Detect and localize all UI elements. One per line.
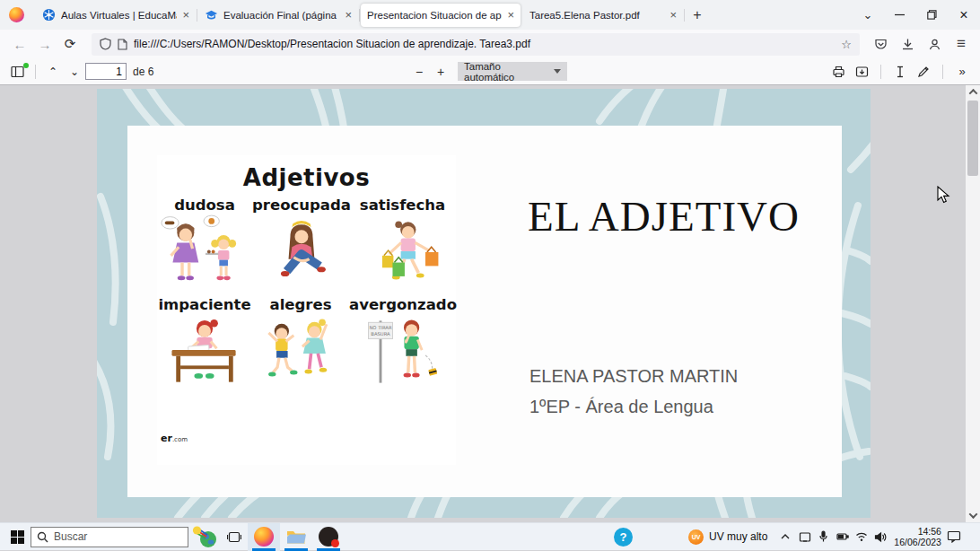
sign-text-line1: NO TIRAR <box>369 325 392 330</box>
divider <box>880 65 881 79</box>
notification-bubble-icon <box>947 530 961 543</box>
tab-tarea5-pdf[interactable]: Tarea5.Elena Pastor.pdf × <box>523 4 683 27</box>
print-icon[interactable] <box>827 62 849 82</box>
pdf-sidebar-toggle-icon[interactable] <box>7 62 29 82</box>
windows-logo-icon <box>11 530 24 544</box>
watermark-suffix: .com <box>172 436 188 443</box>
page-icon[interactable] <box>118 39 127 50</box>
task-view-button[interactable] <box>221 523 248 551</box>
slide-course: 1ºEP - Área de Lengua <box>529 397 713 417</box>
address-bar[interactable]: file:///C:/Users/RAMON/Desktop/Presentac… <box>92 33 860 56</box>
window-close-button[interactable]: × <box>948 0 980 30</box>
action-center-button[interactable] <box>941 523 967 551</box>
tab-label: Tarea5.Elena Pastor.pdf <box>529 10 664 21</box>
taskbar-search[interactable] <box>31 527 188 547</box>
taskbar-dark-app[interactable] <box>312 523 345 551</box>
label-preocupada: preocupada <box>252 197 349 214</box>
chevron-down-icon <box>554 69 561 74</box>
search-icon <box>37 531 48 543</box>
illustration-dudosa <box>160 214 249 291</box>
dark-app-icon <box>319 527 338 547</box>
label-alegres: alegres <box>252 296 349 313</box>
save-icon[interactable] <box>851 62 872 82</box>
tab-close-icon[interactable]: × <box>182 9 189 21</box>
pdf-toolbar: ⌃ ⌄ de 6 − + Tamaño automático <box>0 58 980 85</box>
mouse-cursor <box>937 186 951 204</box>
search-input[interactable] <box>54 530 182 543</box>
draw-tool-icon[interactable] <box>913 62 934 82</box>
educamadrid-icon <box>42 8 56 22</box>
microphone-icon[interactable] <box>815 523 832 551</box>
scroll-down-icon[interactable] <box>966 509 980 522</box>
help-button[interactable]: ? <box>614 528 633 547</box>
sign-text-line2: BASURA <box>371 331 390 337</box>
taskbar-firefox[interactable] <box>248 523 280 551</box>
bookmark-star-icon[interactable]: ☆ <box>841 38 852 51</box>
new-tab-button[interactable]: + <box>686 4 709 27</box>
downloads-icon[interactable] <box>896 32 919 56</box>
browser-nav-bar: ← → ⟳ file:///C:/Users/RAMON/Desktop/Pre… <box>0 30 980 58</box>
widget-weather-button[interactable] <box>188 523 221 551</box>
account-icon[interactable] <box>923 32 946 56</box>
reload-icon[interactable]: ⟳ <box>57 32 83 56</box>
back-icon[interactable]: ← <box>7 32 32 56</box>
tab-label: Evaluación Final (página 1 de 4) <box>223 10 339 21</box>
label-dudosa: dudosa <box>157 197 252 214</box>
tab-label: Aulas Virtuales | EducaMadrid <box>61 10 177 21</box>
divider <box>35 65 36 79</box>
sidebar-notify-dot <box>23 63 29 68</box>
tab-evaluacion-final[interactable]: Evaluación Final (página 1 de 4) × <box>198 4 358 27</box>
tablet-mode-icon[interactable] <box>796 523 813 551</box>
pdf-page-1: Adjetivos dudosa <box>97 89 871 518</box>
wifi-icon[interactable] <box>853 523 870 551</box>
more-tools-icon[interactable]: » <box>951 62 973 82</box>
vertical-scrollbar[interactable] <box>966 85 980 522</box>
taskbar-clock[interactable]: 14:56 16/06/2023 <box>894 526 941 547</box>
taskbar-file-explorer[interactable] <box>280 523 312 551</box>
page-count-label: de 6 <box>133 66 153 78</box>
scroll-up-icon[interactable] <box>966 85 980 99</box>
tray-expand-icon[interactable] <box>778 532 792 542</box>
watermark-text: er <box>161 433 172 444</box>
uv-badge: UV <box>688 529 704 545</box>
url-text[interactable]: file:///C:/Users/RAMON/Desktop/Presentac… <box>134 38 835 50</box>
zoom-out-icon[interactable]: − <box>408 62 430 82</box>
slide-author: ELENA PASTOR MARTIN <box>529 366 738 387</box>
windows-taskbar: ? UV UV muy alto 14:56 16/06/2023 <box>0 522 980 550</box>
battery-icon[interactable] <box>834 523 851 551</box>
zoom-select-value: Tamaño automático <box>464 61 554 83</box>
tab-aulas-virtuales[interactable]: Aulas Virtuales | EducaMadrid × <box>36 4 196 27</box>
label-impaciente: impaciente <box>157 296 252 313</box>
window-restore-button[interactable] <box>915 0 948 30</box>
window-minimize-button[interactable] <box>883 0 915 30</box>
menu-hamburger-icon[interactable]: ≡ <box>949 32 973 56</box>
image-watermark: er.com <box>161 433 188 443</box>
tab-close-icon[interactable]: × <box>345 9 352 21</box>
tab-close-icon[interactable]: × <box>669 9 677 21</box>
slide-card: Adjetivos dudosa <box>127 126 842 497</box>
firefox-icon[interactable] <box>9 7 24 22</box>
graduation-cap-icon <box>205 8 218 22</box>
clock-date: 16/06/2023 <box>894 537 941 547</box>
volume-icon[interactable] <box>871 523 888 551</box>
page-number-input[interactable] <box>85 63 127 80</box>
text-select-tool-icon[interactable] <box>889 62 911 82</box>
uv-index-widget[interactable]: UV UV muy alto <box>688 529 767 545</box>
tab-label: Presentacion Situacion de aprendiz <box>367 10 502 21</box>
zoom-in-icon[interactable]: + <box>430 62 451 82</box>
start-button[interactable] <box>4 523 31 551</box>
adjetivos-image: Adjetivos dudosa <box>157 155 456 465</box>
label-satisfecha: satisfecha <box>349 197 456 214</box>
illustration-preocupada <box>256 214 346 291</box>
pocket-icon[interactable] <box>869 32 892 56</box>
label-avergonzado: avergonzado <box>349 296 456 313</box>
scrollbar-thumb[interactable] <box>967 101 978 176</box>
forward-icon[interactable]: → <box>32 32 57 56</box>
next-page-icon[interactable]: ⌄ <box>64 62 85 82</box>
tab-close-icon[interactable]: × <box>507 9 514 21</box>
list-all-tabs-icon[interactable]: ⌄ <box>853 8 883 22</box>
shield-icon[interactable] <box>100 38 111 50</box>
zoom-select[interactable]: Tamaño automático <box>458 62 567 81</box>
previous-page-icon[interactable]: ⌃ <box>42 62 64 82</box>
tab-presentacion-active[interactable]: Presentacion Situacion de aprendiz × <box>361 4 521 27</box>
